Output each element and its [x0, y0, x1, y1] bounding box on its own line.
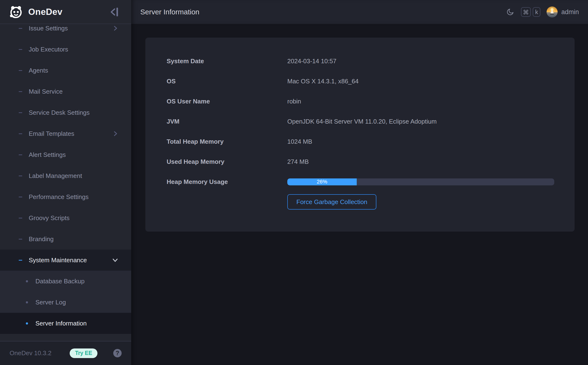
row-label: OS	[167, 77, 287, 85]
brand-header: OneDev	[0, 0, 131, 24]
force-garbage-collection-button[interactable]: Force Garbage Collection	[287, 194, 376, 210]
avatar-sailboat	[550, 9, 554, 14]
sidebar-item-label: Server Information	[35, 320, 87, 327]
sidebar-item-branding[interactable]: Branding	[0, 228, 131, 250]
avatar[interactable]	[546, 7, 558, 17]
chevron-right-icon	[112, 130, 119, 137]
sidebar-item-mail-service[interactable]: Mail Service	[0, 81, 131, 102]
dash-icon	[19, 91, 22, 92]
dash-icon	[19, 197, 22, 197]
bullet-icon	[26, 280, 28, 282]
heap-usage-progress-bar: 26%	[287, 178, 554, 185]
sidebar-item-label: Database Backup	[35, 278, 84, 285]
heap-usage-percent: 26%	[317, 179, 327, 185]
dash-icon	[19, 175, 22, 176]
topbar-actions: k admin	[506, 7, 579, 17]
row-label: System Date	[167, 57, 287, 65]
sidebar-item-label-management[interactable]: Label Management	[0, 165, 131, 186]
row-label: OS User Name	[167, 98, 287, 105]
sidebar-item-issue-settings[interactable]: Issue Settings	[0, 24, 131, 39]
sidebar-footer: OneDev 10.3.2 Try EE ?	[0, 341, 131, 365]
sidebar-item-label: Email Templates	[29, 130, 74, 137]
info-row-used-heap-memory: Used Heap Memory 274 MB	[167, 152, 554, 172]
sidebar-item-label: Alert Settings	[29, 151, 66, 159]
heap-usage-progress-fill: 26%	[287, 178, 357, 185]
row-label: Used Heap Memory	[167, 158, 287, 166]
sidebar-item-label: System Maintenance	[29, 257, 87, 264]
row-label: Total Heap Memory	[167, 138, 287, 145]
sidebar-item-label: Performance Settings	[29, 193, 89, 201]
row-value: OpenJDK 64-Bit Server VM 11.0.20, Eclips…	[287, 118, 437, 125]
row-value: 1024 MB	[287, 138, 312, 145]
row-label: JVM	[167, 118, 287, 125]
bullet-icon	[26, 301, 28, 303]
cmd-key-icon	[521, 7, 531, 17]
info-row-os: OS Mac OS X 14.3.1, x86_64	[167, 71, 554, 91]
info-row-heap-memory-usage: Heap Memory Usage 26%	[167, 172, 554, 192]
dash-icon	[19, 70, 22, 71]
row-value: 274 MB	[287, 158, 309, 166]
sidebar-item-groovy-scripts[interactable]: Groovy Scripts	[0, 207, 131, 228]
dash-icon	[19, 154, 22, 155]
sidebar-item-label: Issue Settings	[29, 25, 68, 32]
info-row-os-user-name: OS User Name robin	[167, 91, 554, 111]
sidebar-item-database-backup[interactable]: Database Backup	[0, 271, 131, 292]
sidebar-item-server-information[interactable]: Server Information	[0, 313, 131, 334]
chevron-down-icon	[111, 257, 119, 264]
sidebar-item-subscription-management[interactable]: Subscription Management	[0, 334, 131, 341]
sidebar-collapse-icon[interactable]	[110, 7, 120, 17]
sidebar-item-label: Groovy Scripts	[29, 214, 70, 222]
onedev-logo-icon	[9, 5, 23, 19]
dash-icon	[19, 112, 22, 113]
page-title: Server Information	[140, 8, 200, 16]
sidebar-item-performance-settings[interactable]: Performance Settings	[0, 186, 131, 207]
username[interactable]: admin	[561, 8, 579, 16]
dash-icon	[19, 239, 22, 239]
sidebar-item-system-maintenance[interactable]: System Maintenance	[0, 250, 131, 271]
dash-icon	[19, 49, 22, 50]
sidebar-item-label: Server Log	[35, 299, 66, 306]
sidebar-item-label: Branding	[29, 235, 54, 243]
row-value: 2024-03-14 10:57	[287, 57, 336, 65]
sidebar-item-label: Label Management	[29, 172, 82, 180]
bullet-icon	[26, 322, 28, 324]
info-row-system-date: System Date 2024-03-14 10:57	[167, 51, 554, 71]
sidebar: OneDev Issue Settings Job Executors	[0, 0, 131, 365]
sidebar-item-alert-settings[interactable]: Alert Settings	[0, 144, 131, 165]
system-maintenance-submenu: Database Backup Server Log Server Inform…	[0, 271, 131, 334]
version-text: OneDev 10.3.2	[10, 350, 51, 357]
sidebar-item-agents[interactable]: Agents	[0, 60, 131, 81]
row-label: Heap Memory Usage	[167, 178, 287, 186]
dash-icon	[19, 28, 22, 29]
info-row-total-heap-memory: Total Heap Memory 1024 MB	[167, 132, 554, 152]
sidebar-item-label: Agents	[29, 67, 48, 74]
chevron-right-icon	[112, 25, 119, 32]
row-value: Mac OS X 14.3.1, x86_64	[287, 77, 359, 85]
k-key-badge: k	[533, 7, 540, 17]
topbar: Server Information k admin	[131, 0, 588, 24]
sidebar-nav: Issue Settings Job Executors Agents Mail…	[0, 24, 131, 341]
help-icon[interactable]: ?	[113, 349, 122, 357]
server-info-card: System Date 2024-03-14 10:57 OS Mac OS X…	[145, 38, 574, 232]
sidebar-item-service-desk-settings[interactable]: Service Desk Settings	[0, 102, 131, 123]
gc-button-row: Force Garbage Collection	[167, 192, 554, 212]
sidebar-item-job-executors[interactable]: Job Executors	[0, 39, 131, 60]
dash-icon	[19, 260, 22, 260]
sidebar-item-server-log[interactable]: Server Log	[0, 292, 131, 313]
sidebar-item-label: Service Desk Settings	[29, 109, 90, 116]
info-row-jvm: JVM OpenJDK 64-Bit Server VM 11.0.20, Ec…	[167, 111, 554, 132]
sidebar-item-email-templates[interactable]: Email Templates	[0, 123, 131, 144]
row-value: robin	[287, 98, 301, 105]
try-ee-badge[interactable]: Try EE	[70, 349, 97, 358]
dark-mode-moon-icon[interactable]	[506, 8, 514, 16]
brand-name: OneDev	[28, 7, 62, 17]
avatar-boat-hull	[550, 14, 554, 15]
dash-icon	[19, 218, 22, 218]
main-content: System Date 2024-03-14 10:57 OS Mac OS X…	[131, 24, 588, 365]
sidebar-item-label: Job Executors	[29, 46, 68, 53]
dash-icon	[19, 133, 22, 134]
sidebar-item-label: Mail Service	[29, 88, 63, 95]
